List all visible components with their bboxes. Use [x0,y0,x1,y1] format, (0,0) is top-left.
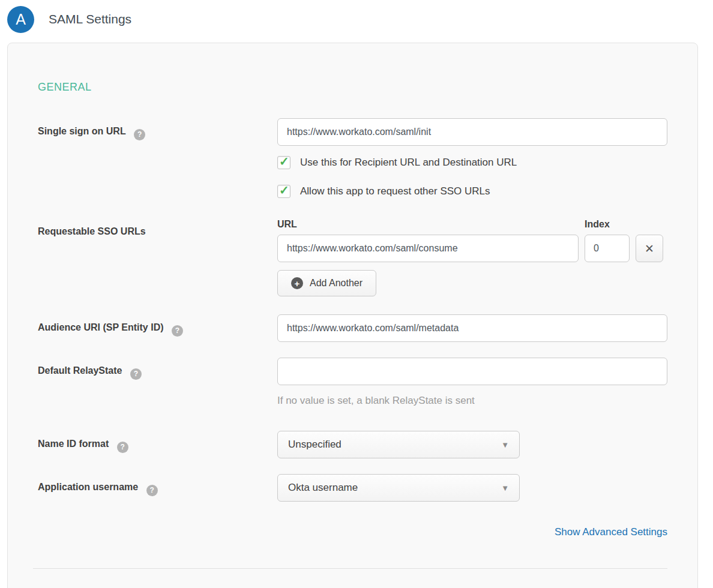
name-id-format-dropdown[interactable]: Unspecified ▼ [277,431,520,458]
audience-uri-row: Audience URI (SP Entity ID) ? [38,314,667,342]
saml-settings-header: A SAML Settings [0,0,713,32]
step-a-badge-letter: A [16,11,26,28]
recipient-url-checkbox[interactable]: ✓ [277,156,290,169]
application-username-dropdown[interactable]: Okta username ▼ [277,474,520,502]
page-title: SAML Settings [49,12,131,26]
relaystate-hint: If no value is set, a blank RelayState i… [277,395,667,407]
single-sign-on-url-row: Single sign on URL ? ✓ Use this for Reci… [38,118,667,198]
checkmark-icon: ✓ [279,155,289,168]
name-id-format-value: Unspecified [288,439,341,451]
add-another-button[interactable]: + Add Another [277,270,376,296]
application-username-row: Application username ? Okta username ▼ [38,474,667,502]
recipient-url-checkbox-row[interactable]: ✓ Use this for Recipient URL and Destina… [277,156,667,169]
audience-uri-label: Audience URI (SP Entity ID) [38,322,164,332]
help-icon[interactable]: ? [130,368,142,380]
application-username-value: Okta username [288,482,358,494]
allow-other-sso-checkbox-label: Allow this app to request other SSO URLs [300,185,490,197]
checkmark-icon: ✓ [279,184,289,197]
help-icon[interactable]: ? [117,442,128,453]
chevron-down-icon: ▼ [501,440,509,449]
index-column-header: Index [585,219,610,230]
name-id-format-row: Name ID format ? Unspecified ▼ [38,431,667,458]
default-relaystate-row: Default RelayState ? If no value is set,… [38,358,667,407]
single-sign-on-url-input[interactable] [277,118,667,146]
general-section-heading: GENERAL [38,81,667,94]
requestable-sso-url-entry: ✕ [277,235,667,262]
plus-icon: + [291,277,303,289]
allow-other-sso-checkbox[interactable]: ✓ [277,185,290,198]
step-a-badge: A [7,6,34,33]
help-icon[interactable]: ? [134,129,145,140]
recipient-url-checkbox-label: Use this for Recipient URL and Destinati… [300,157,517,169]
url-column-header: URL [277,219,585,230]
default-relaystate-label: Default RelayState [38,365,122,376]
application-username-label: Application username [38,482,138,492]
default-relaystate-input[interactable] [277,358,667,385]
name-id-format-label: Name ID format [38,439,109,449]
show-advanced-settings-link[interactable]: Show Advanced Settings [555,526,667,538]
requestable-sso-urls-row: Requestable SSO URLs URL Index ✕ + Add A… [38,219,667,296]
requestable-sso-url-input[interactable] [277,235,579,262]
section-divider [33,568,667,569]
add-another-button-label: Add Another [310,278,363,289]
audience-uri-input[interactable] [277,314,667,342]
requestable-sso-urls-label: Requestable SSO URLs [38,226,146,236]
requestable-sso-index-input[interactable] [585,235,630,262]
single-sign-on-url-label: Single sign on URL [38,126,126,136]
help-icon[interactable]: ? [146,485,158,496]
help-icon[interactable]: ? [172,325,183,337]
remove-sso-url-button[interactable]: ✕ [636,235,663,262]
allow-other-sso-checkbox-row[interactable]: ✓ Allow this app to request other SSO UR… [277,185,667,198]
saml-settings-panel: GENERAL Single sign on URL ? ✓ Use this … [7,43,698,588]
chevron-down-icon: ▼ [501,484,509,493]
close-icon: ✕ [645,242,654,256]
